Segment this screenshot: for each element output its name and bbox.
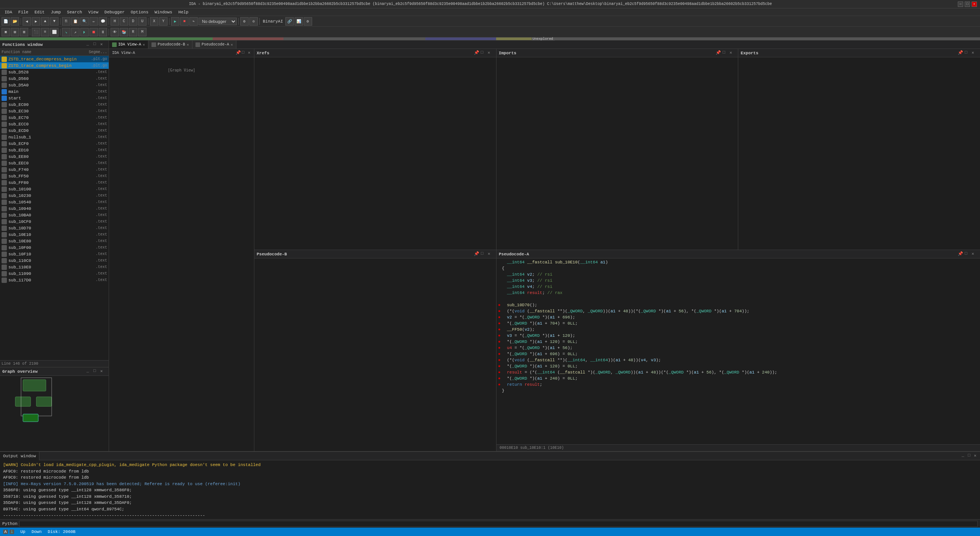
function-row-14[interactable]: sub_ED10.text <box>0 147 109 153</box>
output-close[interactable]: ✕ <box>974 453 980 459</box>
minimize-button[interactable]: ─ <box>958 2 963 7</box>
python-input[interactable] <box>19 521 978 527</box>
tb-copy[interactable]: ⎘ <box>62 17 70 26</box>
function-row-25[interactable]: sub_10CF0.text <box>0 218 109 225</box>
function-row-7[interactable]: sub_EC00.text <box>0 101 109 108</box>
tab-pseudocode-b-close[interactable]: ✕ <box>187 42 189 47</box>
functions-close[interactable]: ✕ <box>100 42 106 48</box>
tb-stop[interactable]: ■ <box>180 17 189 26</box>
menu-view[interactable]: View <box>85 8 101 16</box>
tb2-stepinto[interactable]: ↘ <box>62 28 70 36</box>
graph-minimize[interactable]: _ <box>86 369 93 375</box>
function-row-13[interactable]: sub_ECF0.text <box>0 140 109 147</box>
functions-minimize[interactable]: _ <box>86 42 93 48</box>
tb-data[interactable]: D <box>129 17 137 26</box>
tb2-stop2[interactable]: ⏹ <box>90 28 98 36</box>
menu-edit[interactable]: Edit <box>31 8 47 16</box>
function-row-20[interactable]: sub_10100.text <box>0 186 109 192</box>
tab-ida-view-a-close[interactable]: ✕ <box>143 42 145 47</box>
tb2-stepout[interactable]: ↗ <box>71 28 80 36</box>
tb-bai3[interactable]: ⚙ <box>304 17 312 26</box>
tb-back[interactable]: ◀ <box>23 17 31 26</box>
ida-view-a-float[interactable]: □ <box>242 50 248 56</box>
tb-xref-to[interactable]: X <box>150 17 158 26</box>
function-row-31[interactable]: sub_110C0.text <box>0 257 109 264</box>
graph-canvas[interactable] <box>0 376 109 451</box>
function-row-17[interactable]: sub_F740.text <box>0 166 109 173</box>
function-row-10[interactable]: sub_ECC0.text <box>0 121 109 127</box>
imports-close[interactable]: ✕ <box>729 50 736 56</box>
tb-xref-from[interactable]: Y <box>159 17 168 26</box>
function-row-4[interactable]: sub_D5A0.text <box>0 82 109 88</box>
ida-view-a-content[interactable]: [Graph View] <box>109 57 254 451</box>
close-button[interactable]: ✕ <box>972 2 977 7</box>
menu-jump[interactable]: Jump <box>48 8 64 16</box>
function-row-27[interactable]: sub_10E10.text <box>0 231 109 238</box>
function-row-12[interactable]: nullsub_1.text <box>0 134 109 140</box>
tb-detach[interactable]: ⊙ <box>249 17 258 26</box>
function-row-9[interactable]: sub_EC70.text <box>0 114 109 121</box>
function-row-0[interactable]: ZSTD_trace_decompress_begin.plt.go <box>0 56 109 62</box>
imports-float[interactable]: □ <box>723 50 729 56</box>
function-row-3[interactable]: sub_D560.text <box>0 75 109 82</box>
exports-pin[interactable]: 📌 <box>958 50 964 56</box>
function-row-32[interactable]: sub_110E0.text <box>0 264 109 270</box>
tb2-brk[interactable]: ⏸ <box>99 28 107 36</box>
tb-up[interactable]: ▲ <box>41 17 49 26</box>
function-row-11[interactable]: sub_ECD0.text <box>0 127 109 134</box>
tb2-reg[interactable]: R <box>129 28 137 36</box>
function-row-33[interactable]: sub_11090.text <box>0 270 109 277</box>
menu-debugger[interactable]: Debugger <box>101 8 128 16</box>
tb2-3[interactable]: ▥ <box>20 28 28 36</box>
pseudocode-b-close[interactable]: ✕ <box>488 251 494 257</box>
tb-bai1[interactable]: 🔗 <box>285 17 294 26</box>
menu-ida[interactable]: IDA <box>2 8 15 16</box>
menu-file[interactable]: File <box>15 8 31 16</box>
output-float[interactable]: □ <box>968 453 974 459</box>
exports-float[interactable]: □ <box>965 50 971 56</box>
debugger-dropdown[interactable]: No debugger <box>199 18 237 25</box>
pseudocode-b-content[interactable] <box>254 258 496 451</box>
pseudocode-b-pin[interactable]: 📌 <box>474 251 480 257</box>
tab-output[interactable]: Output window <box>0 452 39 460</box>
graph-close[interactable]: ✕ <box>100 369 106 375</box>
function-row-16[interactable]: sub_EEC0.text <box>0 160 109 166</box>
tb-comment[interactable]: 💬 <box>99 17 107 26</box>
function-row-1[interactable]: ZSTD_trace_compress_begin.plt.go <box>0 62 109 69</box>
tb-find[interactable]: 🔍 <box>80 17 89 26</box>
output-content[interactable]: [WARN] Couldn't load ida_medigate_cpp_pl… <box>0 460 980 519</box>
tb-new[interactable]: 📄 <box>2 17 10 26</box>
pseudocode-a-content[interactable]: __int64 __fastcall sub_10E10(__int64 a1)… <box>497 258 980 444</box>
function-row-2[interactable]: sub_D528.text <box>0 69 109 75</box>
tb-attach[interactable]: ⚙ <box>240 17 249 26</box>
function-row-21[interactable]: sub_10230.text <box>0 192 109 199</box>
exports-content[interactable] <box>738 57 980 250</box>
ida-view-a-close[interactable]: ✕ <box>248 50 254 56</box>
xrefs-float[interactable]: □ <box>481 50 487 56</box>
tb-hex[interactable]: H <box>111 17 119 26</box>
tb2-stack[interactable]: 📚 <box>120 28 128 36</box>
function-row-29[interactable]: sub_10F00.text <box>0 244 109 251</box>
pseudocode-a-pin[interactable]: 📌 <box>958 251 964 257</box>
graph-float[interactable]: □ <box>93 369 99 375</box>
xrefs-close[interactable]: ✕ <box>488 50 494 56</box>
xrefs-pin[interactable]: 📌 <box>474 50 480 56</box>
ida-view-a-pin[interactable]: 📌 <box>236 50 242 56</box>
function-row-19[interactable]: sub_FF80.text <box>0 179 109 186</box>
tab-ida-view-a[interactable]: IDA View-A ✕ <box>109 41 148 49</box>
function-row-8[interactable]: sub_EC30.text <box>0 108 109 114</box>
tb-down[interactable]: ▼ <box>50 17 59 26</box>
tab-pseudocode-a[interactable]: Pseudocode-A ✕ <box>192 41 236 49</box>
functions-list[interactable]: ZSTD_trace_decompress_begin.plt.goZSTD_t… <box>0 56 109 360</box>
function-row-18[interactable]: sub_FF50.text <box>0 173 109 179</box>
function-row-28[interactable]: sub_10E80.text <box>0 238 109 244</box>
function-row-22[interactable]: sub_10540.text <box>0 199 109 205</box>
tb-rename[interactable]: ✏ <box>90 17 98 26</box>
tb2-text[interactable]: ≡ <box>41 28 49 36</box>
pseudocode-a-close[interactable]: ✕ <box>972 251 978 257</box>
menu-windows[interactable]: Windows <box>151 8 175 16</box>
menu-options[interactable]: Options <box>128 8 151 16</box>
function-row-34[interactable]: sub_117D0.text <box>0 277 109 283</box>
function-row-5[interactable]: main.text <box>0 88 109 95</box>
function-row-24[interactable]: sub_10BA0.text <box>0 212 109 218</box>
